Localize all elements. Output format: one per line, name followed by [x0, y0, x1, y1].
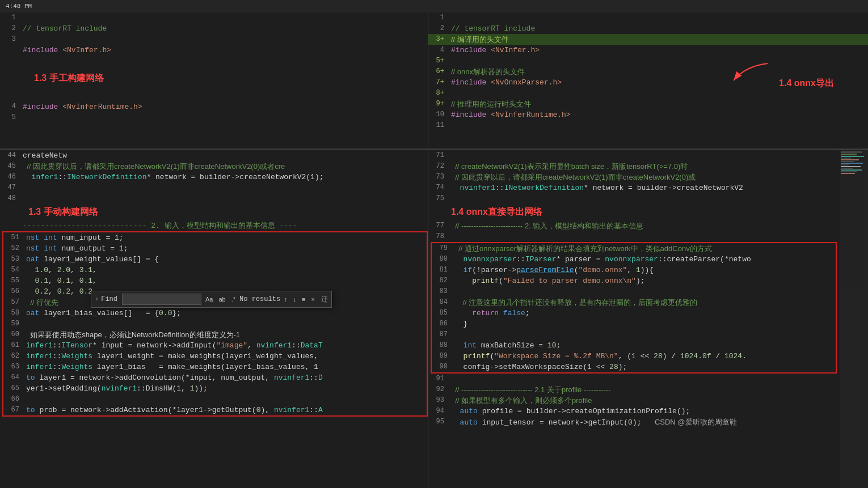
code-line: 3 — [0, 34, 428, 45]
regex-button[interactable]: .* — [230, 295, 237, 303]
close-find-button[interactable]: × — [310, 295, 317, 303]
top-left-editor: 1 2 // tensorRT include 3 #include <NvIn… — [0, 12, 428, 148]
code-line: 61 infer1::ITensor* input = network->add… — [3, 340, 427, 351]
code-line: 85 return false; — [432, 308, 836, 319]
code-line: 81 if(!parser->parseFromFile("demo.onnx"… — [432, 265, 836, 275]
code-line: 67 to prob = network->addActivation(*lay… — [3, 405, 427, 415]
toggle-button[interactable]: ≡ — [300, 295, 307, 303]
find-label: Find — [101, 295, 117, 303]
selection-box: 51 nst int num_input = 1; 52 nst int num… — [2, 231, 428, 417]
find-bar[interactable]: › Find Aa ab .* No results ↑ ↓ ≡ × 迁 — [91, 291, 332, 308]
code-line: 59 — [3, 319, 427, 329]
code-line: 72 // createNetworkV2(1)表示采用显性batch size… — [428, 161, 837, 172]
code-line: 2 // tensorRT include — [428, 23, 868, 34]
code-line: 52 nst int num_output = 1; — [3, 243, 427, 254]
code-line: 92 // ----------------------------- 2.1 … — [428, 384, 837, 395]
code-line: 77 // ------------------------- 2. 输入，模型… — [428, 220, 837, 231]
section-label-1-3-manual: 1.3 手工构建网络 — [34, 73, 104, 83]
code-line: 54 1.0, 2.0, 3.1, — [3, 265, 427, 275]
code-line: 78 — [428, 231, 837, 242]
code-line: 75 — [428, 193, 837, 204]
code-line: 80 nvonnxparser::IParser* parser = nvonn… — [432, 254, 836, 265]
code-line: 64 to layer1 = network->addConvolution(*… — [3, 372, 427, 383]
code-line: 5+ — [428, 56, 868, 66]
bottom-right-editor: 71 72 // createNetworkV2(1)表示采用显性batch s… — [428, 150, 868, 488]
whole-word-button[interactable]: ab — [217, 295, 227, 303]
code-line: 93 // 如果模型有多个输入，则必须多个profile — [428, 395, 837, 406]
code-line: 83 — [432, 286, 836, 297]
code-line: 4 #include <NvInferRuntime.h> — [0, 101, 428, 112]
nav-up-button[interactable]: ↑ — [283, 295, 289, 303]
main-layout: 1 2 // tensorRT include 3 #include <NvIn… — [0, 12, 868, 488]
match-case-button[interactable]: Aa — [204, 295, 214, 303]
section-label-1-4: 1.4 onnx导出 — [779, 78, 834, 90]
code-line: 82 printf("Failed to parser demo.onnx\n"… — [432, 275, 836, 286]
nav-down-button[interactable]: ↓ — [292, 295, 298, 303]
code-line: 90 config->setMaxWorkspaceSize(1 << 28); — [432, 362, 836, 372]
code-line: ---------------------------- 2. 输入，模型结构和… — [0, 220, 428, 231]
bottom-left-editor: › Find Aa ab .* No results ↑ ↓ ≡ × 迁 44 … — [0, 150, 428, 488]
code-line: 51 nst int num_input = 1; — [3, 232, 427, 243]
code-line: 86 } — [432, 319, 836, 329]
minimap — [840, 150, 868, 488]
section-header-area: 1.3 手工构建网络 — [0, 56, 428, 101]
find-bar-chevron: › — [95, 295, 99, 303]
code-line: 88 int maxBatchSize = 10; — [432, 340, 836, 351]
code-line: 95 auto input_tensor = network->getInput… — [428, 417, 837, 428]
arrow-icon — [728, 61, 773, 83]
code-line: 6+ // onnx解析器的头文件 — [428, 66, 868, 77]
code-line: 1 — [0, 12, 428, 23]
code-line: 46 infer1::INetworkDefinition* network =… — [0, 172, 428, 183]
top-right-editor: 1 2 // tensorRT include 3+ // 编译用的头文件 4 … — [428, 12, 868, 148]
code-line: 79 // 通过onnxparser解析器解析的结果会填充到network中，类… — [432, 243, 836, 254]
left-top-code: 1 2 // tensorRT include 3 #include <NvIn… — [0, 12, 428, 148]
section-header-1-3-build: 1.3 手动构建网络 — [0, 204, 428, 220]
code-line: 3+ // 编译用的头文件 — [428, 34, 868, 45]
code-line: 66 — [3, 394, 427, 405]
code-line: 74 nvinfer1::INetworkDefinition* network… — [428, 183, 837, 193]
code-line: 65 yer1->setPadding(nvinfer1::DimsHW(1, … — [3, 383, 427, 394]
top-split: 1 2 // tensorRT include 3 #include <NvIn… — [0, 12, 868, 148]
code-line: 44 createNetw — [0, 150, 428, 161]
code-line: 89 printf("Workspace Size = %.2f MB\n", … — [432, 351, 836, 362]
no-results-label: No results — [239, 295, 280, 303]
right-selection-box: 79 // 通过onnxparser解析器解析的结果会填充到network中，类… — [431, 242, 837, 374]
code-line: 84 // 注意这里的几个指针还没有释放，是有内存泄漏的，后面考虑更优雅的 — [432, 297, 836, 308]
code-line: 71 — [428, 150, 837, 161]
top-bar: 4:48 PM — [0, 0, 868, 12]
code-line: 48 — [0, 193, 428, 204]
code-line: 62 infer1::Weights layer1_weight = make_… — [3, 351, 427, 362]
left-bottom-code: 44 createNetw 45 // 因此贯穿以后，请都采用createNet… — [0, 150, 428, 488]
code-line: 87 — [432, 329, 836, 340]
code-line: 5 — [0, 112, 428, 123]
code-line: 60 如果要使用动态shape，必须让NetworkDefinition的维度定… — [3, 329, 427, 340]
code-line: 63 infer1::Weights layer1_bias = make_we… — [3, 362, 427, 372]
code-line: 9+ // 推理用的运行时头文件 — [428, 99, 868, 109]
code-line: 55 0.1, 0.1, 0.1, — [3, 275, 427, 286]
time-display: 4:48 PM — [6, 3, 32, 10]
code-line: 53 oat layer1_weight_values[] = { — [3, 254, 427, 265]
code-line: #include <NvInfer.h> — [0, 45, 428, 56]
code-line: 47 — [0, 183, 428, 193]
code-line: 2 // tensorRT include — [0, 23, 428, 34]
code-line: 10 #include <NvInferRuntime.h> — [428, 109, 868, 120]
section-header-1-4-export: 1.4 onnx直接导出网络 — [428, 204, 837, 220]
code-line: 58 oat layer1_bias_values[] = {0.0}; — [3, 308, 427, 319]
right-bottom-code: 71 72 // createNetworkV2(1)表示采用显性batch s… — [428, 150, 868, 488]
code-line: 11 — [428, 120, 868, 131]
code-line: 45 // 因此贯穿以后，请都采用createNetworkV2(1)而非cre… — [0, 161, 428, 172]
code-line: 94 auto profile = builder->createOptimiz… — [428, 406, 837, 417]
code-line: 1 — [428, 12, 868, 23]
code-line: 4 #include <NvInfer.h> — [428, 45, 868, 56]
code-line: 73 // 因此贯穿以后，请都采用createNetworkV2(1)而非cre… — [428, 172, 837, 183]
bottom-split: › Find Aa ab .* No results ↑ ↓ ≡ × 迁 44 … — [0, 150, 868, 488]
find-extra: 迁 — [321, 295, 328, 304]
find-input[interactable] — [122, 294, 201, 305]
code-line: 91 — [428, 374, 837, 384]
